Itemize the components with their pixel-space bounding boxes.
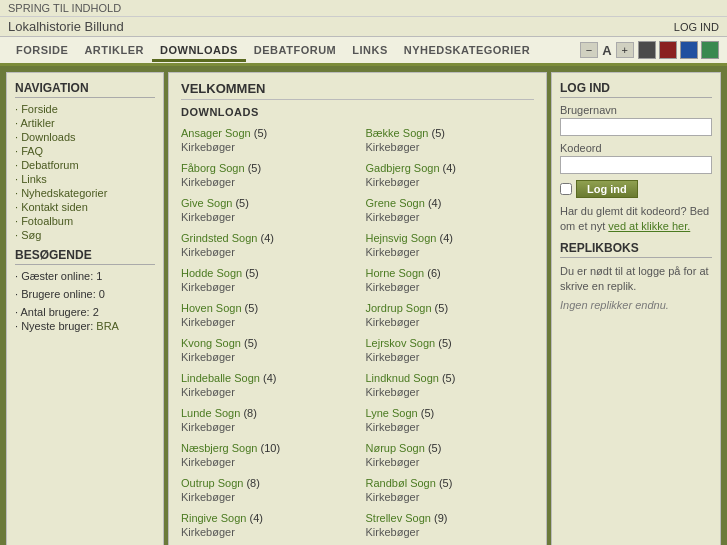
content-wrapper: NAVIGATION ForsideArtiklerDownloadsFAQDe… (0, 66, 727, 545)
color-swatch-1[interactable] (659, 41, 677, 59)
download-link-lunde-sogn[interactable]: Lunde Sogn (8) (181, 407, 257, 419)
download-category: Kirkebøger (181, 491, 350, 503)
download-link-lejrskov-sogn[interactable]: Lejrskov Sogn (5) (366, 337, 452, 349)
nav-item-artikler[interactable]: ARTIKLER (76, 41, 152, 59)
font-label: A (602, 43, 611, 58)
remember-checkbox[interactable] (560, 183, 572, 195)
download-link-hodde-sogn[interactable]: Hodde Sogn (5) (181, 267, 259, 279)
newest-user: Nyeste bruger: BRA (15, 319, 155, 333)
sidebar-link-downloads[interactable]: Downloads (15, 130, 155, 144)
top-log-ind-link[interactable]: LOG IND (674, 21, 719, 33)
download-link-outrup-sogn[interactable]: Outrup Sogn (8) (181, 477, 260, 489)
download-count: (10) (261, 442, 281, 454)
sidebar-link-søg[interactable]: Søg (15, 228, 155, 242)
download-category: Kirkebøger (366, 141, 535, 153)
download-link-nørup-sogn[interactable]: Nørup Sogn (5) (366, 442, 442, 454)
download-category: Kirkebøger (366, 386, 535, 398)
main-content: VELKOMMEN DOWNLOADS Ansager Sogn (5)Kirk… (168, 72, 547, 545)
download-link-lyne-sogn[interactable]: Lyne Sogn (5) (366, 407, 435, 419)
download-category: Kirkebøger (181, 281, 350, 293)
download-item: Give Sogn (5)Kirkebøger (181, 196, 350, 223)
download-item: Lunde Sogn (8)Kirkebøger (181, 406, 350, 433)
skip-link[interactable]: SPRING TIL INDHOLD (0, 0, 727, 17)
download-count: (4) (443, 162, 456, 174)
login-btn-row: Log ind (560, 180, 712, 198)
download-link-hejnsvig-sogn[interactable]: Hejnsvig Sogn (4) (366, 232, 453, 244)
skip-link-text: SPRING TIL INDHOLD (8, 2, 121, 14)
download-link-grindsted-sogn[interactable]: Grindsted Sogn (4) (181, 232, 274, 244)
nav-item-nyhedskategorier[interactable]: NYHEDSKATEGORIER (396, 41, 538, 59)
download-item: Ringive Sogn (4)Kirkebøger (181, 511, 350, 538)
download-item: Hejnsvig Sogn (4)Kirkebøger (366, 231, 535, 258)
download-link-horne-sogn[interactable]: Horne Sogn (6) (366, 267, 441, 279)
nav-item-downloads[interactable]: DOWNLOADS (152, 41, 246, 62)
download-link-næsbjerg-sogn[interactable]: Næsbjerg Sogn (10) (181, 442, 280, 454)
password-input[interactable] (560, 156, 712, 174)
sidebar-link-nyhedskategorier[interactable]: Nyhedskategorier (15, 186, 155, 200)
download-item: Randbøl Sogn (5)Kirkebøger (366, 476, 535, 503)
download-category: Kirkebøger (366, 281, 535, 293)
download-item: Lyne Sogn (5)Kirkebøger (366, 406, 535, 433)
download-count: (5) (244, 337, 257, 349)
sidebar-link-faq[interactable]: FAQ (15, 144, 155, 158)
section-heading: VELKOMMEN (181, 81, 534, 100)
download-link-lindknud-sogn[interactable]: Lindknud Sogn (5) (366, 372, 456, 384)
sidebar-link-kontakt-siden[interactable]: Kontakt siden (15, 200, 155, 214)
download-item: Næsbjerg Sogn (10)Kirkebøger (181, 441, 350, 468)
download-item: Bække Sogn (5)Kirkebøger (366, 126, 535, 153)
download-category: Kirkebøger (366, 421, 535, 433)
sidebar-link-artikler[interactable]: Artikler (15, 116, 155, 130)
download-link-strellev-sogn[interactable]: Strellev Sogn (9) (366, 512, 448, 524)
download-category: Kirkebøger (181, 316, 350, 328)
color-swatch-3[interactable] (701, 41, 719, 59)
forgot-link[interactable]: ved at klikke her. (608, 220, 690, 232)
site-title: Lokalhistorie Billund (8, 19, 124, 34)
download-link-jordrup-sogn[interactable]: Jordrup Sogn (5) (366, 302, 449, 314)
download-category: Kirkebøger (181, 526, 350, 538)
download-item: Jordrup Sogn (5)Kirkebøger (366, 301, 535, 328)
download-link-hoven-sogn[interactable]: Hoven Sogn (5) (181, 302, 258, 314)
download-category: Kirkebøger (181, 421, 350, 433)
nav-item-links[interactable]: LINKS (344, 41, 396, 59)
download-link-ringive-sogn[interactable]: Ringive Sogn (4) (181, 512, 263, 524)
download-count: (5) (439, 477, 452, 489)
download-category: Kirkebøger (181, 211, 350, 223)
download-link-randbøl-sogn[interactable]: Randbøl Sogn (5) (366, 477, 453, 489)
download-link-bække-sogn[interactable]: Bække Sogn (5) (366, 127, 446, 139)
download-category: Kirkebøger (181, 386, 350, 398)
download-link-lindeballe-sogn[interactable]: Lindeballe Sogn (4) (181, 372, 276, 384)
sidebar-link-fotoalbum[interactable]: Fotoalbum (15, 214, 155, 228)
download-item: Lindknud Sogn (5)Kirkebøger (366, 371, 535, 398)
replikboks-text: Du er nødt til at logge på for at skrive… (560, 264, 712, 295)
download-category: Kirkebøger (366, 491, 535, 503)
color-swatch-2[interactable] (680, 41, 698, 59)
download-link-gadbjerg-sogn[interactable]: Gadbjerg Sogn (4) (366, 162, 457, 174)
download-item: Horne Sogn (6)Kirkebøger (366, 266, 535, 293)
download-link-grene-sogn[interactable]: Grene Sogn (4) (366, 197, 442, 209)
font-increase-button[interactable]: + (616, 42, 634, 58)
nav-item-debatforum[interactable]: DEBATFORUM (246, 41, 344, 59)
download-count: (5) (245, 302, 258, 314)
download-category: Kirkebøger (366, 526, 535, 538)
password-label: Kodeord (560, 142, 712, 154)
sidebar-link-debatforum[interactable]: Debatforum (15, 158, 155, 172)
sidebar-nav-links: ForsideArtiklerDownloadsFAQDebatforumLin… (15, 102, 155, 242)
download-count: (5) (432, 127, 445, 139)
sidebar-link-links[interactable]: Links (15, 172, 155, 186)
login-button[interactable]: Log ind (576, 180, 638, 198)
download-link-fåborg-sogn[interactable]: Fåborg Sogn (5) (181, 162, 261, 174)
download-count: (9) (434, 512, 447, 524)
sidebar-link-forside[interactable]: Forside (15, 102, 155, 116)
download-item: Lejrskov Sogn (5)Kirkebøger (366, 336, 535, 363)
font-decrease-button[interactable]: − (580, 42, 598, 58)
nav-item-forside[interactable]: FORSIDE (8, 41, 76, 59)
download-category: Kirkebøger (366, 176, 535, 188)
download-category: Kirkebøger (366, 351, 535, 363)
username-input[interactable] (560, 118, 712, 136)
replikboks-title: REPLIKBOKS (560, 241, 712, 258)
total-users: Antal brugere: 2 (15, 305, 155, 319)
download-link-give-sogn[interactable]: Give Sogn (5) (181, 197, 249, 209)
download-link-ansager-sogn[interactable]: Ansager Sogn (5) (181, 127, 267, 139)
color-swatch-0[interactable] (638, 41, 656, 59)
download-link-kvong-sogn[interactable]: Kvong Sogn (5) (181, 337, 257, 349)
